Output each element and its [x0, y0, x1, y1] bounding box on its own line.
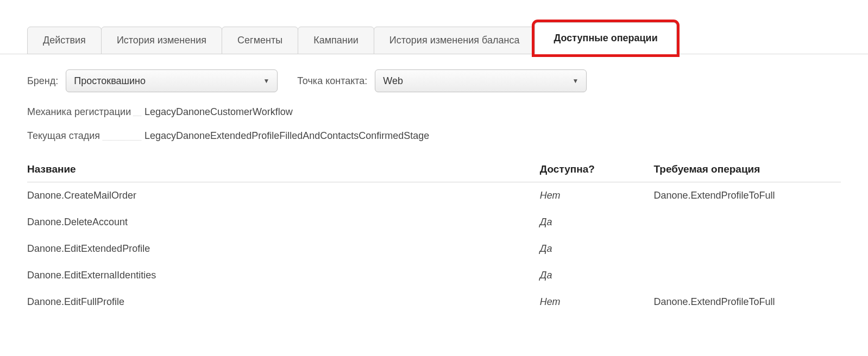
operation-available: Да [540, 236, 654, 262]
brand-label: Бренд: [27, 75, 58, 87]
tab-history[interactable]: История изменения [101, 27, 222, 54]
operation-name: Danone.EditExternalIdentities [27, 262, 540, 289]
brand-select-value: Простоквашино [74, 75, 146, 87]
table-row: Danone.CreateMailOrderНетDanone.ExtendPr… [27, 182, 841, 209]
operation-available: Нет [540, 182, 654, 209]
tab-campaigns[interactable]: Кампании [298, 27, 374, 54]
table-row: Danone.EditExtendedProfileДа [27, 236, 841, 262]
operation-available: Нет [540, 289, 654, 315]
operation-name: Danone.DeleteAccount [27, 209, 540, 236]
tab-available-operations[interactable]: Доступные операции [534, 22, 676, 54]
operation-name: Danone.EditFullProfile [27, 289, 540, 315]
table-row: Danone.DeleteAccountДа [27, 209, 841, 236]
registration-mechanic-value: LegacyDanoneCustomerWorkflow [141, 106, 293, 118]
operations-table: Название Доступна? Требуемая операция Da… [27, 158, 841, 315]
contact-point-select-value: Web [383, 75, 403, 87]
chevron-down-icon: ▼ [572, 77, 578, 85]
registration-mechanic-label: Механика регистрации [27, 105, 141, 118]
column-available-header: Доступна? [540, 158, 654, 182]
tab-actions[interactable]: Действия [27, 27, 102, 54]
column-name-header: Название [27, 158, 540, 182]
contact-point-select[interactable]: Web ▼ [375, 69, 587, 92]
operation-required: Danone.ExtendProfileToFull [653, 289, 841, 315]
table-row: Danone.EditFullProfileНетDanone.ExtendPr… [27, 289, 841, 315]
contact-point-label: Точка контакта: [297, 75, 367, 87]
operation-required [653, 236, 841, 262]
column-required-header: Требуемая операция [653, 158, 841, 182]
operation-required: Danone.ExtendProfileToFull [653, 182, 841, 209]
current-stage-value: LegacyDanoneExtendedProfileFilledAndCont… [141, 130, 429, 142]
operation-name: Danone.EditExtendedProfile [27, 236, 540, 262]
operation-available: Да [540, 209, 654, 236]
operation-required [653, 262, 841, 289]
chevron-down-icon: ▼ [263, 77, 269, 85]
tab-segments[interactable]: Сегменты [222, 27, 298, 54]
operation-available: Да [540, 262, 654, 289]
tabs: Действия История изменения Сегменты Камп… [27, 22, 868, 54]
table-row: Danone.EditExternalIdentitiesДа [27, 262, 841, 289]
operation-required [653, 209, 841, 236]
current-stage-label: Текущая стадия [27, 129, 141, 142]
brand-select[interactable]: Простоквашино ▼ [66, 69, 278, 92]
operation-name: Danone.CreateMailOrder [27, 182, 540, 209]
tab-balance-history[interactable]: История изменения баланса [374, 27, 536, 54]
